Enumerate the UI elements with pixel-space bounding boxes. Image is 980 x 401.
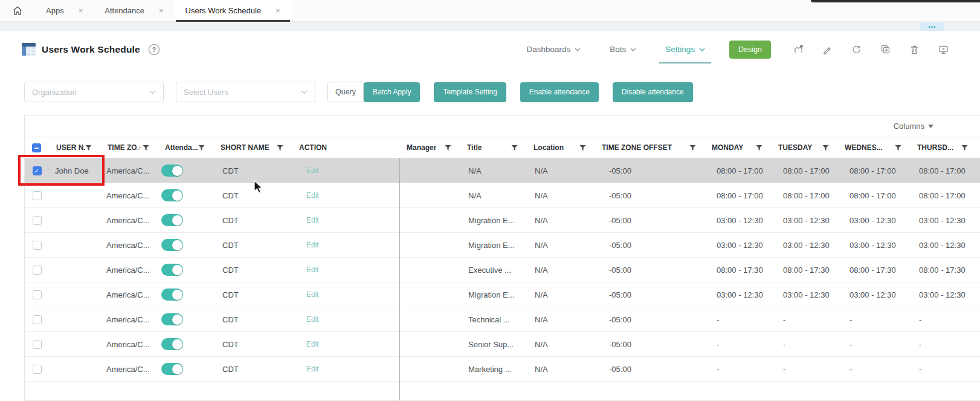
table-row[interactable]: America/C...CDTEditTechnical ...N/A-05:0… <box>25 307 980 332</box>
attendance-toggle[interactable] <box>161 338 183 350</box>
filter-icon[interactable] <box>961 145 968 151</box>
nav-label: Bots <box>610 45 626 54</box>
filter-icon[interactable] <box>511 145 518 151</box>
row-checkbox[interactable] <box>33 290 42 299</box>
nav-dashboards[interactable]: Dashboards <box>526 45 581 54</box>
query-button[interactable]: Query <box>327 82 364 102</box>
help-icon[interactable]: ? <box>149 44 160 55</box>
edit-link[interactable]: Edit <box>306 191 319 200</box>
edit-link[interactable]: Edit <box>306 166 319 175</box>
table-row[interactable]: ✓John DoeAmerica/C...CDTEditN/AN/A-05:00… <box>25 158 980 183</box>
sort-asc-icon[interactable]: ↑ <box>138 144 142 151</box>
filter-icon[interactable] <box>895 145 901 151</box>
select-users-placeholder: Select Users <box>184 88 228 97</box>
filter-icon[interactable] <box>822 145 829 151</box>
organization-select[interactable]: Organization <box>24 82 164 102</box>
filter-icon[interactable] <box>579 145 586 151</box>
close-icon[interactable]: × <box>79 7 83 15</box>
tuesday-cell: - <box>771 332 837 356</box>
row-checkbox[interactable] <box>33 191 42 200</box>
filter-icon[interactable] <box>277 145 283 151</box>
share-icon[interactable] <box>793 44 804 55</box>
filter-icon[interactable] <box>689 145 696 151</box>
column-header-label: THURSD... <box>917 143 953 152</box>
table-row[interactable]: America/C...CDTEditN/AN/A-05:0008:00 - 1… <box>25 183 980 208</box>
edit-link[interactable]: Edit <box>306 290 319 299</box>
attendance-toggle[interactable] <box>161 363 183 375</box>
home-button[interactable] <box>0 0 35 21</box>
refresh-icon[interactable] <box>851 44 862 55</box>
attendance-toggle[interactable] <box>161 239 183 251</box>
row-checkbox[interactable] <box>33 340 42 349</box>
template-setting-button[interactable]: Template Setting <box>434 82 506 102</box>
frozen-column-divider <box>399 158 400 401</box>
tuesday-cell: 08:00 - 17:00 <box>771 183 837 207</box>
table-row[interactable]: America/C...CDTEditMigration E...N/A-05:… <box>25 282 980 307</box>
attendance-toggle[interactable] <box>161 214 183 226</box>
row-checkbox[interactable] <box>33 266 42 275</box>
edit-link[interactable]: Edit <box>306 216 319 224</box>
attendance-toggle[interactable] <box>161 313 183 325</box>
row-checkbox[interactable] <box>33 365 42 374</box>
nav-bots[interactable]: Bots <box>610 45 636 54</box>
tab-apps[interactable]: Apps × <box>35 0 94 21</box>
row-checkbox[interactable] <box>33 241 42 250</box>
edit-link[interactable]: Edit <box>306 365 319 373</box>
short-name-cell: CDT <box>213 183 292 207</box>
monitor-icon[interactable] <box>938 44 949 55</box>
attendance-toggle[interactable] <box>161 165 183 177</box>
edit-link[interactable]: Edit <box>306 315 319 324</box>
title-cell: Marketing ... <box>460 357 526 381</box>
time-zone-offset-cell: -05:00 <box>595 233 704 257</box>
design-button[interactable]: Design <box>729 41 771 59</box>
filter-icon[interactable] <box>143 145 149 151</box>
select-users-select[interactable]: Select Users <box>176 82 315 102</box>
attendance-toggle[interactable] <box>161 264 183 276</box>
filter-icon[interactable] <box>198 145 205 151</box>
table-row[interactable]: America/C...CDTEditMarketing ...N/A-05:0… <box>25 357 980 382</box>
column-header-title: Title <box>460 137 526 158</box>
thursday-cell: 08:00 - 17:00 <box>910 158 976 183</box>
copy-plus-icon[interactable] <box>880 44 891 55</box>
table-row[interactable]: America/C...CDTEditSenior Sup...N/A-05:0… <box>25 332 980 357</box>
edit-link[interactable]: Edit <box>306 241 319 249</box>
thursday-cell: 03:00 - 12:30 <box>910 282 976 307</box>
row-checkbox[interactable] <box>33 216 42 225</box>
time-zone-offset-cell: -05:00 <box>595 332 704 356</box>
table-row[interactable]: America/C...CDTEditExecutive ...N/A-05:0… <box>25 258 980 282</box>
title-cell: Migration E... <box>460 282 526 307</box>
short-name-cell: CDT <box>213 258 292 282</box>
table-row[interactable]: America/C...CDTEditMigration E...N/A-05:… <box>25 208 980 233</box>
row-checkbox[interactable]: ✓ <box>33 166 42 175</box>
tuesday-cell: 08:00 - 17:30 <box>771 258 837 282</box>
edit-link[interactable]: Edit <box>306 340 319 348</box>
filter-icon[interactable] <box>445 145 451 151</box>
select-all-checkbox[interactable] <box>32 143 41 152</box>
tab-attendance[interactable]: Attendance × <box>94 0 174 21</box>
more-button[interactable]: ••• <box>920 23 944 31</box>
edit-link[interactable]: Edit <box>306 266 319 274</box>
disable-attendance-button[interactable]: Disable attendance <box>613 82 693 102</box>
columns-button[interactable]: Columns <box>894 122 933 131</box>
attendance-toggle[interactable] <box>161 189 183 201</box>
table-row[interactable]: America/C...CDTEditMigration E...N/A-05:… <box>25 233 980 258</box>
trash-icon[interactable] <box>909 44 920 55</box>
tab-users-work-schedule[interactable]: Users Work Schedule × <box>175 0 291 21</box>
ghost-cell <box>976 208 980 232</box>
wednesday-cell: 03:00 - 12:30 <box>837 208 910 232</box>
filter-icon[interactable] <box>85 145 92 151</box>
attendance-cell <box>158 307 213 331</box>
action-cell: Edit <box>292 258 399 282</box>
nav-settings[interactable]: Settings <box>665 45 705 54</box>
row-checkbox[interactable] <box>33 315 42 324</box>
close-icon[interactable]: × <box>159 7 164 15</box>
filter-icon[interactable] <box>756 145 762 151</box>
table-body: ✓John DoeAmerica/C...CDTEditN/AN/A-05:00… <box>25 158 980 382</box>
enable-attendance-button[interactable]: Enable attendance <box>520 82 599 102</box>
batch-apply-button[interactable]: Batch Apply <box>364 82 420 102</box>
attendance-toggle[interactable] <box>161 289 183 301</box>
wednesday-cell: - <box>837 332 910 356</box>
header-icon-row <box>793 44 949 55</box>
close-icon[interactable]: × <box>276 7 280 15</box>
pencil-icon[interactable] <box>822 44 833 55</box>
